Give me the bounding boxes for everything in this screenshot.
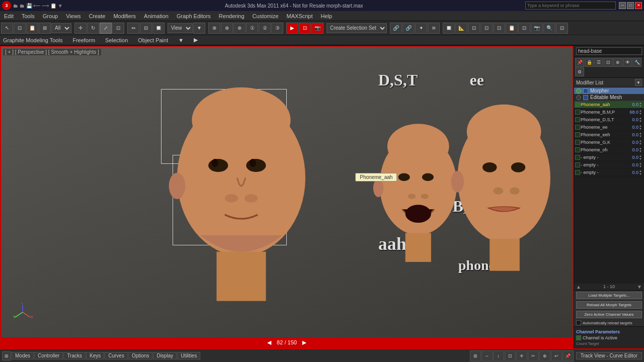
morph-channel-7[interactable]: - empty - 0.0 ▲▼ <box>574 154 644 161</box>
ch-spin-9[interactable]: ▲▼ <box>639 169 643 175</box>
selection-tab[interactable]: Selection <box>105 37 128 43</box>
morph-channel-3[interactable]: Phoneme_ee 0.0 ▲▼ <box>574 124 644 131</box>
more6[interactable]: 🔍 <box>543 23 555 34</box>
ch-spin-8[interactable]: ▲▼ <box>639 162 643 168</box>
rp-tb-hier[interactable]: ⊡ <box>604 58 613 67</box>
move-tool[interactable]: ✛ <box>74 23 87 34</box>
graphite-modeling-tools[interactable]: Graphite Modeling Tools <box>3 37 62 43</box>
tv-tab-options[interactable]: Options <box>128 352 152 359</box>
tv-tab-curves[interactable]: Curves <box>105 352 128 359</box>
freeform-tab[interactable]: Freeform <box>72 37 95 43</box>
close-button[interactable]: ✕ <box>635 2 642 9</box>
rp-tb-pin[interactable]: 📌 <box>575 58 584 67</box>
object-name-input[interactable] <box>576 47 642 55</box>
scale-tool[interactable]: ⤢ <box>100 23 112 34</box>
tools-btn4[interactable]: ① <box>246 23 258 34</box>
morph-channel-8[interactable]: - empty - 0.0 ▲▼ <box>574 161 644 169</box>
tools-btn5[interactable]: ② <box>259 23 271 34</box>
menu-edit[interactable]: Edit <box>2 13 16 19</box>
more3[interactable]: 📋 <box>506 23 518 34</box>
zero-active-button[interactable]: Zero Active Channel Values <box>576 311 642 318</box>
select-region[interactable]: ⊡ <box>14 23 26 34</box>
filter-select[interactable]: All <box>51 23 71 33</box>
view-expand[interactable]: ▼ <box>193 23 205 34</box>
tv-tb-6[interactable]: ✂ <box>528 350 539 361</box>
select-filter[interactable]: ⊞ <box>39 23 51 34</box>
modifier-editable-mesh[interactable]: Editable Mesh <box>574 94 644 101</box>
more5[interactable]: 📷 <box>531 23 543 34</box>
tv-tb-8[interactable]: ↩ <box>551 350 562 361</box>
mirror2[interactable]: 🔲 <box>443 23 455 34</box>
tv-left-btn[interactable]: ⊞ <box>2 351 11 360</box>
maximize-button[interactable]: □ <box>627 2 634 9</box>
menu-graph-editors[interactable]: Graph Editors <box>175 13 213 19</box>
align-tool[interactable]: ⊟ <box>140 23 152 34</box>
rp-tb-motion[interactable]: ⊕ <box>613 58 622 67</box>
tv-tab-tracks[interactable]: Tracks <box>63 352 86 359</box>
morph-channel-2[interactable]: Phoneme_D,S,T 0.0 ▲▼ <box>574 116 644 124</box>
menu-modifiers[interactable]: Modifiers <box>111 13 138 19</box>
snap-toggle[interactable]: 🔲 <box>152 23 165 34</box>
morph-channel-1[interactable]: Phoneme_B,M,P 68.0 ▲▼ <box>574 109 644 116</box>
menu-maxscript[interactable]: MAXScript <box>285 13 315 19</box>
render-btn2[interactable]: ⊡ <box>299 23 311 34</box>
ch-spin-3[interactable]: ▲▼ <box>639 124 643 130</box>
view-select[interactable]: View <box>168 23 193 33</box>
tv-tab-keys[interactable]: Keys <box>86 352 104 359</box>
more2[interactable]: ⊡ <box>493 23 505 34</box>
ch-scroll-down[interactable]: ▼ <box>637 284 642 290</box>
menu-customize[interactable]: Customize <box>251 13 281 19</box>
select-tool[interactable]: ↖ <box>1 23 13 34</box>
timeline-progress-bar[interactable]: ◄ 82 / 150 ► <box>1 337 573 347</box>
render-btn3[interactable]: 📷 <box>311 23 324 34</box>
rp-tb-display[interactable]: 👁 <box>623 58 632 67</box>
rp-tb-settings[interactable]: ⚙ <box>575 67 584 76</box>
tv-tb-4[interactable]: ⊡ <box>505 350 516 361</box>
tv-tab-display[interactable]: Display <box>153 352 177 359</box>
align2[interactable]: ⊡ <box>468 23 480 34</box>
minimize-button[interactable]: ─ <box>619 2 626 9</box>
select-by-name[interactable]: 📋 <box>26 23 38 34</box>
tv-tb-1[interactable]: ⊞ <box>470 350 481 361</box>
ch-spin-2[interactable]: ▲▼ <box>639 117 643 123</box>
mirror-tool[interactable]: ⇔ <box>127 23 139 34</box>
ch-spin-1[interactable]: ▲▼ <box>639 109 643 115</box>
tv-tb-2[interactable]: ↔ <box>481 350 493 361</box>
space-warp[interactable]: ≋ <box>428 23 440 34</box>
ch-spin-7[interactable]: ▲▼ <box>639 154 643 160</box>
morph-channel-6[interactable]: Phoneme_oh 0.0 ▲▼ <box>574 146 644 154</box>
graphite-expand[interactable]: ▶ <box>194 37 198 43</box>
reload-all-button[interactable]: Reload All Morph Targets <box>576 301 642 309</box>
menu-help[interactable]: Help <box>319 13 335 19</box>
menu-group[interactable]: Group <box>41 13 60 19</box>
graphite-more[interactable]: ▼ <box>178 37 184 43</box>
ch-spin-5[interactable]: ▲▼ <box>639 139 643 145</box>
tv-tb-7[interactable]: ⊕ <box>539 350 550 361</box>
menu-rendering[interactable]: Rendering <box>217 13 247 19</box>
tv-tb-9[interactable]: 📌 <box>562 350 574 361</box>
ch-scroll-up[interactable]: ▲ <box>576 284 581 290</box>
bone-btn[interactable]: ✦ <box>415 23 427 34</box>
viewport[interactable]: [ + ] [ Perspective ] [ Smooth + Highlig… <box>0 46 574 348</box>
rp-tb-list[interactable]: ☰ <box>594 58 603 67</box>
tv-tab-modes[interactable]: Modes <box>12 352 34 359</box>
selection-set-select[interactable]: Create Selection Set <box>327 23 387 33</box>
ch-spin-4[interactable]: ▲▼ <box>639 132 643 138</box>
tools-btn3[interactable]: ⊕ <box>233 23 246 34</box>
ch-spin-0[interactable]: ▲▼ <box>639 102 643 108</box>
ch-spin-6[interactable]: ▲▼ <box>639 147 643 153</box>
rotate-tool[interactable]: ↻ <box>87 23 99 34</box>
menu-tools[interactable]: Tools <box>20 13 37 19</box>
morph-channel-4[interactable]: Phoneme_eeh 0.0 ▲▼ <box>574 131 644 139</box>
modifier-list-expand[interactable]: ▼ <box>635 79 642 86</box>
ch-active-checkbox[interactable] <box>576 335 581 340</box>
rp-tb-lock[interactable]: 🔒 <box>585 58 594 67</box>
timeline-prev-arrow[interactable]: ◄ <box>266 338 273 346</box>
more4[interactable]: ⊡ <box>518 23 530 34</box>
viewport-canvas[interactable]: D,S,T ee aah B,M,P phone <box>1 47 573 347</box>
tools-btn6[interactable]: ③ <box>271 23 283 34</box>
menu-animation[interactable]: Animation <box>142 13 171 19</box>
morph-channel-0[interactable]: Phoneme_aah 0.0 ▲▼ <box>574 101 644 109</box>
menu-views[interactable]: Views <box>64 13 83 19</box>
rp-tb-util[interactable]: 🔧 <box>632 58 641 67</box>
